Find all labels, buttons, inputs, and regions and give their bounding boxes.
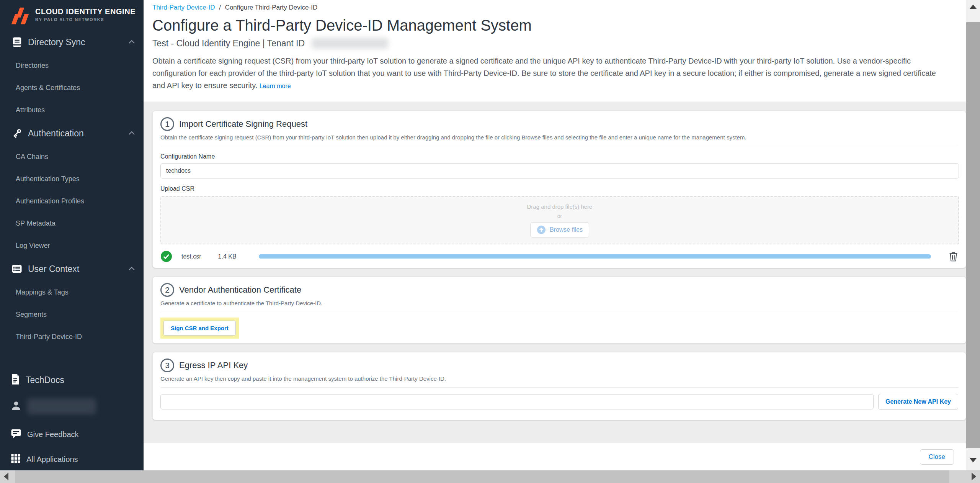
section-title: Egress IP API Key (179, 360, 248, 370)
main-column: Third-Party Device-ID / Configure Third-… (144, 0, 966, 470)
document-icon (10, 373, 20, 386)
sidebar-item-mappings-tags[interactable]: Mappings & Tags (0, 281, 144, 303)
techdocs-label: TechDocs (26, 375, 64, 385)
breadcrumb-separator: / (219, 4, 221, 11)
upload-csr-label: Upload CSR (160, 185, 958, 192)
sidebar-section-authentication[interactable]: Authentication (0, 121, 144, 146)
feedback-bubble-icon (10, 428, 22, 441)
card-egress-api-key: 3 Egress IP API Key Generate an API key … (152, 352, 966, 420)
sidebar-item-log-viewer[interactable]: Log Viewer (0, 234, 144, 257)
sidebar-section-user-context[interactable]: User Context (0, 257, 144, 281)
section-description: Generate a certificate to authenticate t… (160, 300, 958, 306)
section-title: Import Certificate Signing Request (179, 119, 307, 129)
sidebar-item-authentication-types[interactable]: Authentication Types (0, 168, 144, 190)
redacted-username (27, 398, 96, 414)
list-box-icon (10, 263, 23, 275)
card-head: 2 Vendor Authentication Certificate Gene… (153, 277, 966, 312)
scroll-right-arrow[interactable] (972, 473, 976, 480)
configuration-name-label: Configuration Name (160, 153, 958, 160)
browse-files-label: Browse files (550, 226, 583, 233)
scroll-down-arrow[interactable] (969, 458, 977, 462)
scroll-left-arrow[interactable] (4, 473, 8, 480)
content: 1 Import Certificate Signing Request Obt… (144, 102, 966, 443)
sidebar-item-authentication-profiles[interactable]: Authentication Profiles (0, 190, 144, 212)
api-key-field[interactable] (160, 394, 874, 409)
sidebar-item-give-feedback[interactable]: Give Feedback (0, 421, 144, 448)
logo-text: CLOUD IDENTITY ENGINE BY PALO ALTO NETWO… (35, 7, 136, 22)
intro-line-text: and API key to ensure security. (152, 81, 257, 90)
sidebar-section-label: User Context (28, 264, 128, 274)
vertical-scrollbar[interactable] (966, 0, 980, 470)
chevron-up-icon (128, 130, 135, 137)
card-head: 1 Import Certificate Signing Request Obt… (153, 111, 966, 146)
palo-alto-networks-logo-icon (8, 3, 31, 26)
apps-grid-icon (10, 453, 21, 465)
sidebar-item-sp-metadata[interactable]: SP Metadata (0, 212, 144, 234)
card-vendor-certificate: 2 Vendor Authentication Certificate Gene… (152, 277, 966, 344)
step-number-badge: 3 (160, 359, 174, 372)
page-header: Third-Party Device-ID / Configure Third-… (144, 0, 966, 102)
api-key-row: Generate New API Key (160, 394, 958, 410)
sign-csr-and-export-button[interactable]: Sign CSR and Export (163, 321, 236, 336)
horizontal-scrollbar[interactable] (0, 470, 980, 483)
sidebar-item-ca-chains[interactable]: CA Chains (0, 146, 144, 168)
sidebar-item-techdocs[interactable]: TechDocs (0, 368, 144, 392)
sidebar-section-directory-sync[interactable]: Directory Sync (0, 30, 144, 54)
browse-files-button[interactable]: Browse files (530, 222, 589, 237)
sidebar-section-label: Directory Sync (28, 37, 128, 47)
breadcrumb-link-third-party-device-id[interactable]: Third-Party Device-ID (152, 4, 215, 11)
section-description: Generate an API key then copy and paste … (160, 375, 958, 382)
learn-more-link[interactable]: Learn more (260, 83, 291, 89)
intro-paragraph: Obtain a certificate signing request (CS… (152, 55, 966, 92)
tenant-label: Test - Cloud Identity Engine | Tenant ID (152, 38, 305, 49)
sidebar-nav: Directory Sync Directories Agents & Cert… (0, 30, 144, 348)
chevron-up-icon (128, 39, 135, 46)
step-number-badge: 2 (160, 283, 174, 297)
sidebar-user[interactable] (0, 392, 144, 421)
close-button[interactable]: Close (920, 449, 954, 465)
redacted-tenant-id (312, 38, 388, 49)
file-size: 1.4 KB (218, 253, 237, 260)
top-row: CLOUD IDENTITY ENGINE BY PALO ALTO NETWO… (0, 0, 980, 470)
app-logo: CLOUD IDENTITY ENGINE BY PALO ALTO NETWO… (0, 0, 144, 25)
uploaded-file-row: test.csr 1.4 KB (153, 244, 966, 268)
sidebar-item-all-applications[interactable]: All Applications (0, 448, 144, 470)
app-root: CLOUD IDENTITY ENGINE BY PALO ALTO NETWO… (0, 0, 980, 483)
file-name: test.csr (181, 253, 201, 260)
intro-line: Obtain a certificate signing request (CS… (152, 55, 966, 67)
page-subtitle: Test - Cloud Identity Engine | Tenant ID (152, 38, 966, 49)
delete-file-trash-icon[interactable] (949, 251, 958, 262)
scroll-up-arrow[interactable] (969, 5, 977, 9)
page-footer: Close (144, 443, 966, 470)
vertical-scrollbar-thumb[interactable] (966, 22, 980, 448)
key-icon (10, 128, 23, 139)
horizontal-scrollbar-thumb[interactable] (15, 470, 949, 483)
upload-icon (537, 225, 546, 234)
configuration-name-input[interactable] (160, 163, 959, 178)
logo-title: CLOUD IDENTITY ENGINE (35, 7, 136, 16)
user-icon (10, 400, 22, 413)
chevron-up-icon (128, 265, 135, 272)
section-title: Vendor Authentication Certificate (179, 285, 301, 295)
generate-new-api-key-button[interactable]: Generate New API Key (878, 394, 958, 410)
sidebar: CLOUD IDENTITY ENGINE BY PALO ALTO NETWO… (0, 0, 144, 470)
sidebar-bottom: TechDocs Give Feedback (0, 368, 144, 470)
main-area: Third-Party Device-ID / Configure Third-… (144, 0, 980, 470)
book-icon (10, 36, 23, 48)
upload-progress-bar (259, 254, 931, 259)
card-head: 3 Egress IP API Key Generate an API key … (153, 352, 966, 388)
intro-line: and API key to ensure security. Learn mo… (152, 79, 966, 92)
file-dropzone[interactable]: Drag and drop file(s) here or Browse fil… (160, 196, 959, 244)
all-applications-label: All Applications (26, 455, 78, 464)
sidebar-item-segments[interactable]: Segments (0, 303, 144, 326)
sidebar-item-directories[interactable]: Directories (0, 54, 144, 77)
give-feedback-label: Give Feedback (27, 430, 79, 439)
success-check-icon (160, 251, 172, 262)
section-description: Obtain the certificate signing request (… (160, 134, 958, 141)
divider (160, 387, 958, 388)
card-import-csr: 1 Import Certificate Signing Request Obt… (152, 111, 966, 268)
divider (160, 312, 958, 312)
sidebar-item-third-party-device-id[interactable]: Third-Party Device-ID (0, 326, 144, 348)
sidebar-item-attributes[interactable]: Attributes (0, 99, 144, 121)
sidebar-item-agents-certificates[interactable]: Agents & Certificates (0, 77, 144, 99)
